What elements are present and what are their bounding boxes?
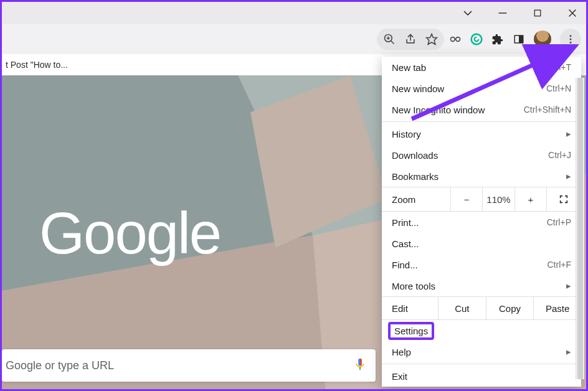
menu-more-tools[interactable]: More tools ▸ [382, 275, 581, 296]
cut-button[interactable]: Cut [438, 297, 486, 319]
svg-point-12 [472, 34, 482, 45]
browser-toolbar [2, 24, 586, 54]
svg-point-10 [456, 37, 460, 42]
close-button[interactable] [564, 4, 581, 22]
svg-rect-14 [519, 35, 523, 43]
chrome-menu: New tab Ctrl+T New window Ctrl+N New Inc… [382, 57, 581, 387]
side-panel-icon[interactable] [513, 33, 525, 45]
google-logo: Google [39, 200, 220, 267]
svg-marker-8 [427, 34, 437, 45]
password-ext-icon[interactable] [449, 33, 462, 45]
vertical-scrollbar[interactable] [576, 78, 584, 379]
edit-label: Edit [382, 303, 438, 314]
menu-bookmarks[interactable]: Bookmarks ▸ [382, 166, 581, 187]
chevron-right-icon: ▸ [566, 346, 571, 357]
menu-downloads[interactable]: Downloads Ctrl+J [382, 144, 581, 166]
zoom-level: 110% [482, 187, 514, 211]
omnibox-actions [377, 29, 444, 50]
svg-point-16 [570, 39, 572, 40]
copy-button[interactable]: Copy [486, 297, 534, 319]
menu-new-tab[interactable]: New tab Ctrl+T [382, 57, 581, 78]
menu-new-window[interactable]: New window Ctrl+N [382, 78, 581, 99]
menu-cast[interactable]: Cast... [382, 233, 581, 254]
chevron-right-icon: ▸ [566, 171, 571, 182]
search-placeholder: Google or type a URL [6, 359, 114, 372]
menu-settings[interactable]: Settings [382, 320, 581, 341]
zoom-label: Zoom [382, 194, 450, 205]
profile-avatar[interactable] [534, 31, 551, 48]
grammarly-ext-icon[interactable] [470, 33, 483, 45]
settings-highlight: Settings [388, 322, 434, 340]
svg-point-9 [451, 37, 455, 42]
window-titlebar [2, 2, 586, 24]
svg-point-17 [570, 42, 572, 44]
chevron-right-icon: ▸ [566, 280, 571, 291]
scrollbar-thumb[interactable] [577, 78, 583, 379]
svg-line-5 [391, 41, 394, 44]
menu-history[interactable]: History ▸ [382, 123, 581, 144]
svg-point-15 [570, 35, 572, 37]
tab-chevron-icon[interactable] [459, 4, 477, 22]
menu-zoom-row: Zoom − 110% + [382, 187, 581, 212]
zoom-out-button[interactable]: − [450, 187, 482, 211]
zoom-icon[interactable] [383, 33, 396, 45]
extensions-icon[interactable] [491, 33, 504, 45]
search-box[interactable]: Google or type a URL [2, 349, 376, 382]
maximize-button[interactable] [529, 4, 546, 22]
menu-incognito[interactable]: New Incognito window Ctrl+Shift+N [382, 99, 581, 120]
settings-label: Settings [394, 326, 428, 336]
zoom-in-button[interactable]: + [514, 187, 546, 211]
star-icon[interactable] [425, 33, 438, 45]
menu-help[interactable]: Help ▸ [382, 341, 581, 362]
svg-rect-1 [534, 10, 541, 16]
voice-search-icon[interactable] [353, 357, 367, 374]
bookmark-item-label[interactable]: t Post "How to... [6, 60, 68, 70]
menu-exit[interactable]: Exit [382, 365, 581, 387]
minimize-button[interactable] [494, 4, 511, 22]
more-menu-button[interactable] [560, 29, 581, 50]
share-icon[interactable] [404, 33, 417, 45]
menu-edit-row: Edit Cut Copy Paste [382, 296, 581, 320]
menu-print[interactable]: Print... Ctrl+P [382, 212, 581, 233]
menu-find[interactable]: Find... Ctrl+F [382, 254, 581, 275]
extension-area [449, 29, 581, 50]
chevron-right-icon: ▸ [566, 128, 571, 139]
paste-button[interactable]: Paste [533, 297, 581, 319]
